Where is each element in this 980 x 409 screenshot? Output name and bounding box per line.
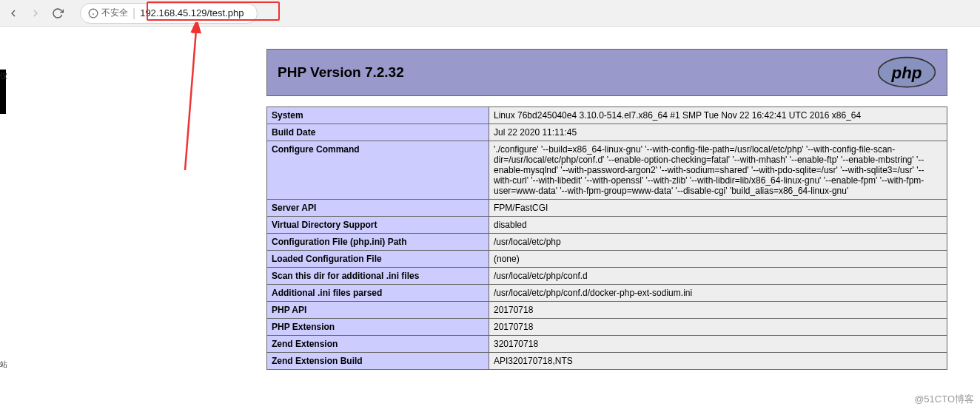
config-key: Zend Extension [267,336,489,353]
table-row: Zend Extension BuildAPI320170718,NTS [267,353,947,370]
config-value: /usr/local/etc/php/conf.d/docker-php-ext… [489,285,947,302]
config-value: 320170718 [489,336,947,353]
table-row: PHP API20170718 [267,302,947,319]
config-key: Scan this dir for additional .ini files [267,268,489,285]
config-key: PHP Extension [267,319,489,336]
svg-text:php: php [890,64,922,82]
config-value: disabled [489,217,947,234]
page-title: PHP Version 7.2.32 [278,64,404,81]
reload-button[interactable] [50,6,65,21]
phpinfo-container: PHP Version 7.2.32 php SystemLinux 76bd2… [266,49,947,370]
config-value: 20170718 [489,302,947,319]
config-value: FPM/FastCGI [489,200,947,217]
config-value: './configure' '--build=x86_64-linux-gnu'… [489,141,947,200]
config-value: /usr/local/etc/php [489,234,947,251]
config-value: (none) [489,251,947,268]
table-row: Server APIFPM/FastCGI [267,200,947,217]
table-row: Virtual Directory Supportdisabled [267,217,947,234]
config-key: Server API [267,200,489,217]
php-logo-icon: php [877,56,936,89]
url-text: 192.168.45.129/test.php [140,7,244,18]
config-key: System [267,107,489,124]
browser-toolbar: 不安全 | 192.168.45.129/test.php [0,0,980,27]
table-row: Configure Command'./configure' '--build=… [267,141,947,200]
phpinfo-table: SystemLinux 76bd245040e4 3.10.0-514.el7.… [266,107,947,370]
table-row: Scan this dir for additional .ini files/… [267,268,947,285]
config-value: 20170718 [489,319,947,336]
config-value: /usr/local/etc/php/conf.d [489,268,947,285]
side-label-2: 站 [0,359,7,370]
insecure-indicator: 不安全 [88,7,128,19]
table-row: SystemLinux 76bd245040e4 3.10.0-514.el7.… [267,107,947,124]
phpinfo-header: PHP Version 7.2.32 php [266,49,947,96]
forward-button[interactable] [28,6,43,21]
config-key: Zend Extension Build [267,353,489,370]
config-value: Jul 22 2020 11:11:45 [489,124,947,141]
table-row: Build DateJul 22 2020 11:11:45 [267,124,947,141]
address-bar[interactable]: 不安全 | 192.168.45.129/test.php [80,3,258,24]
config-key: Configuration File (php.ini) Path [267,234,489,251]
config-key: Build Date [267,124,489,141]
back-button[interactable] [6,6,21,21]
config-value: Linux 76bd245040e4 3.10.0-514.el7.x86_64… [489,107,947,124]
config-key: Additional .ini files parsed [267,285,489,302]
table-row: PHP Extension20170718 [267,319,947,336]
table-row: Zend Extension320170718 [267,336,947,353]
watermark: @51CTO博客 [914,393,974,406]
info-icon [88,8,98,18]
config-key: PHP API [267,302,489,319]
table-row: Configuration File (php.ini) Path/usr/lo… [267,234,947,251]
page-content: 仪 站 PHP Version 7.2.32 php SystemLinux 7… [0,27,980,409]
table-row: Loaded Configuration File(none) [267,251,947,268]
config-key: Virtual Directory Support [267,217,489,234]
config-key: Configure Command [267,141,489,200]
insecure-label: 不安全 [101,7,128,19]
side-label-1: 仪 [0,71,7,81]
table-row: Additional .ini files parsed/usr/local/e… [267,285,947,302]
config-key: Loaded Configuration File [267,251,489,268]
config-value: API320170718,NTS [489,353,947,370]
